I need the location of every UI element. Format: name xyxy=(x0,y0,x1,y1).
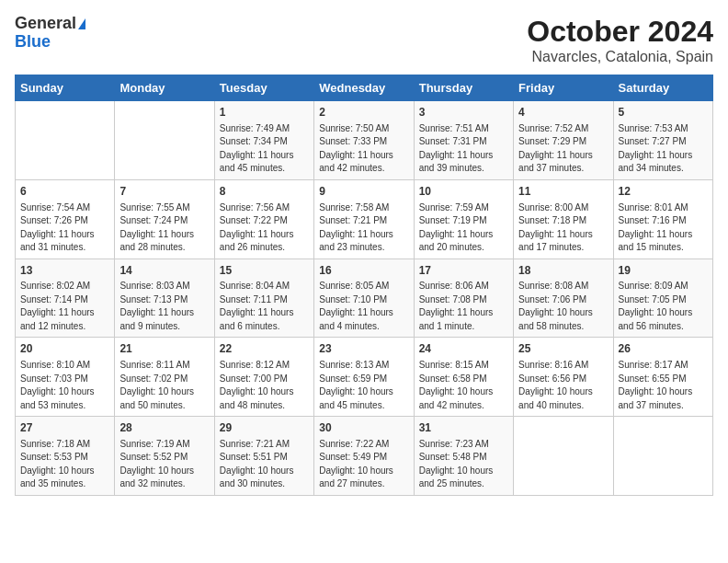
calendar-cell: 19Sunrise: 8:09 AM Sunset: 7:05 PM Dayli… xyxy=(613,259,712,338)
calendar-cell: 22Sunrise: 8:12 AM Sunset: 7:00 PM Dayli… xyxy=(214,338,313,417)
day-data: Sunrise: 7:58 AM Sunset: 7:21 PM Dayligh… xyxy=(319,201,408,255)
header-day: Monday xyxy=(115,75,214,101)
day-data: Sunrise: 8:06 AM Sunset: 7:08 PM Dayligh… xyxy=(419,280,508,333)
header-day: Tuesday xyxy=(214,75,313,101)
calendar-cell: 7Sunrise: 7:55 AM Sunset: 7:24 PM Daylig… xyxy=(115,179,214,259)
day-data: Sunrise: 8:12 AM Sunset: 7:00 PM Dayligh… xyxy=(220,359,309,412)
calendar-cell: 12Sunrise: 8:01 AM Sunset: 7:16 PM Dayli… xyxy=(613,179,712,259)
day-number: 4 xyxy=(518,105,608,121)
day-number: 6 xyxy=(20,184,109,200)
day-data: Sunrise: 7:53 AM Sunset: 7:27 PM Dayligh… xyxy=(619,122,708,176)
day-number: 2 xyxy=(319,105,408,121)
logo-general: General xyxy=(15,14,76,32)
calendar-week-row: 13Sunrise: 8:02 AM Sunset: 7:14 PM Dayli… xyxy=(16,259,713,338)
day-data: Sunrise: 7:54 AM Sunset: 7:26 PM Dayligh… xyxy=(20,201,109,255)
day-data: Sunrise: 7:55 AM Sunset: 7:24 PM Dayligh… xyxy=(119,201,209,255)
day-data: Sunrise: 8:13 AM Sunset: 6:59 PM Dayligh… xyxy=(319,359,408,412)
calendar-cell xyxy=(115,101,214,180)
day-number: 22 xyxy=(220,341,309,357)
day-number: 11 xyxy=(518,184,608,200)
calendar-cell: 14Sunrise: 8:03 AM Sunset: 7:13 PM Dayli… xyxy=(115,259,214,338)
day-data: Sunrise: 7:21 AM Sunset: 5:51 PM Dayligh… xyxy=(220,438,309,491)
calendar-cell: 6Sunrise: 7:54 AM Sunset: 7:26 PM Daylig… xyxy=(16,179,115,259)
calendar-cell: 21Sunrise: 8:11 AM Sunset: 7:02 PM Dayli… xyxy=(115,338,214,417)
day-data: Sunrise: 7:19 AM Sunset: 5:52 PM Dayligh… xyxy=(119,438,209,491)
day-number: 1 xyxy=(220,105,309,121)
day-number: 24 xyxy=(419,341,508,357)
day-data: Sunrise: 7:22 AM Sunset: 5:49 PM Dayligh… xyxy=(319,438,408,491)
calendar-cell xyxy=(16,101,115,180)
calendar-cell: 18Sunrise: 8:08 AM Sunset: 7:06 PM Dayli… xyxy=(514,259,613,338)
day-data: Sunrise: 8:00 AM Sunset: 7:18 PM Dayligh… xyxy=(518,201,608,255)
calendar-cell: 5Sunrise: 7:53 AM Sunset: 7:27 PM Daylig… xyxy=(613,101,712,180)
day-number: 29 xyxy=(220,420,309,436)
calendar-cell: 25Sunrise: 8:16 AM Sunset: 6:56 PM Dayli… xyxy=(514,338,613,417)
day-data: Sunrise: 8:10 AM Sunset: 7:03 PM Dayligh… xyxy=(20,359,109,412)
calendar-cell: 24Sunrise: 8:15 AM Sunset: 6:58 PM Dayli… xyxy=(414,338,513,417)
day-data: Sunrise: 7:23 AM Sunset: 5:48 PM Dayligh… xyxy=(419,438,508,491)
day-number: 18 xyxy=(518,263,608,279)
header-day: Wednesday xyxy=(314,75,414,101)
day-data: Sunrise: 7:56 AM Sunset: 7:22 PM Dayligh… xyxy=(220,201,309,255)
calendar-week-row: 27Sunrise: 7:18 AM Sunset: 5:53 PM Dayli… xyxy=(16,417,713,496)
calendar-cell: 1Sunrise: 7:49 AM Sunset: 7:34 PM Daylig… xyxy=(214,101,313,180)
logo-blue: Blue xyxy=(15,33,85,52)
day-data: Sunrise: 7:59 AM Sunset: 7:19 PM Dayligh… xyxy=(419,201,508,255)
day-number: 23 xyxy=(319,341,408,357)
day-number: 19 xyxy=(619,263,708,279)
day-data: Sunrise: 8:03 AM Sunset: 7:13 PM Dayligh… xyxy=(119,280,209,333)
title-block: October 2024 Navarcles, Catalonia, Spain xyxy=(527,15,713,65)
day-number: 26 xyxy=(619,341,708,357)
day-number: 9 xyxy=(319,184,408,200)
calendar-cell: 30Sunrise: 7:22 AM Sunset: 5:49 PM Dayli… xyxy=(314,417,414,496)
day-number: 13 xyxy=(20,263,109,279)
day-number: 14 xyxy=(119,263,209,279)
day-data: Sunrise: 7:51 AM Sunset: 7:31 PM Dayligh… xyxy=(419,122,508,176)
logo-icon xyxy=(78,18,85,29)
day-data: Sunrise: 8:04 AM Sunset: 7:11 PM Dayligh… xyxy=(220,280,309,333)
day-number: 10 xyxy=(419,184,508,200)
day-data: Sunrise: 8:15 AM Sunset: 6:58 PM Dayligh… xyxy=(419,359,508,412)
day-number: 3 xyxy=(419,105,508,121)
calendar-week-row: 20Sunrise: 8:10 AM Sunset: 7:03 PM Dayli… xyxy=(16,338,713,417)
calendar-cell: 2Sunrise: 7:50 AM Sunset: 7:33 PM Daylig… xyxy=(314,101,414,180)
day-data: Sunrise: 7:18 AM Sunset: 5:53 PM Dayligh… xyxy=(20,438,109,491)
calendar-cell: 9Sunrise: 7:58 AM Sunset: 7:21 PM Daylig… xyxy=(314,179,414,259)
calendar-cell: 10Sunrise: 7:59 AM Sunset: 7:19 PM Dayli… xyxy=(414,179,513,259)
calendar-cell: 4Sunrise: 7:52 AM Sunset: 7:29 PM Daylig… xyxy=(514,101,613,180)
day-data: Sunrise: 7:52 AM Sunset: 7:29 PM Dayligh… xyxy=(518,122,608,176)
header-day: Sunday xyxy=(16,75,115,101)
calendar-cell: 13Sunrise: 8:02 AM Sunset: 7:14 PM Dayli… xyxy=(16,259,115,338)
sub-title: Navarcles, Catalonia, Spain xyxy=(527,49,713,65)
calendar-cell xyxy=(613,417,712,496)
day-number: 27 xyxy=(20,420,109,436)
calendar-cell: 8Sunrise: 7:56 AM Sunset: 7:22 PM Daylig… xyxy=(214,179,313,259)
header-day: Friday xyxy=(514,75,613,101)
calendar-cell: 17Sunrise: 8:06 AM Sunset: 7:08 PM Dayli… xyxy=(414,259,513,338)
main-title: October 2024 xyxy=(527,15,713,49)
logo: General Blue xyxy=(15,15,85,52)
calendar-week-row: 1Sunrise: 7:49 AM Sunset: 7:34 PM Daylig… xyxy=(16,101,713,180)
day-data: Sunrise: 7:49 AM Sunset: 7:34 PM Dayligh… xyxy=(220,122,309,176)
day-number: 8 xyxy=(220,184,309,200)
day-number: 12 xyxy=(619,184,708,200)
calendar-cell: 28Sunrise: 7:19 AM Sunset: 5:52 PM Dayli… xyxy=(115,417,214,496)
header-day: Thursday xyxy=(414,75,513,101)
day-number: 28 xyxy=(119,420,209,436)
day-data: Sunrise: 7:50 AM Sunset: 7:33 PM Dayligh… xyxy=(319,122,408,176)
calendar-cell: 23Sunrise: 8:13 AM Sunset: 6:59 PM Dayli… xyxy=(314,338,414,417)
day-number: 5 xyxy=(619,105,708,121)
logo-text: General xyxy=(15,15,85,33)
calendar-cell: 26Sunrise: 8:17 AM Sunset: 6:55 PM Dayli… xyxy=(613,338,712,417)
calendar-week-row: 6Sunrise: 7:54 AM Sunset: 7:26 PM Daylig… xyxy=(16,179,713,259)
header-row: SundayMondayTuesdayWednesdayThursdayFrid… xyxy=(16,75,713,101)
day-data: Sunrise: 8:09 AM Sunset: 7:05 PM Dayligh… xyxy=(619,280,708,333)
calendar-cell xyxy=(514,417,613,496)
day-data: Sunrise: 8:01 AM Sunset: 7:16 PM Dayligh… xyxy=(619,201,708,255)
day-data: Sunrise: 8:08 AM Sunset: 7:06 PM Dayligh… xyxy=(518,280,608,333)
page-header: General Blue October 2024 Navarcles, Cat… xyxy=(15,15,713,65)
calendar-cell: 27Sunrise: 7:18 AM Sunset: 5:53 PM Dayli… xyxy=(16,417,115,496)
calendar-cell: 16Sunrise: 8:05 AM Sunset: 7:10 PM Dayli… xyxy=(314,259,414,338)
day-number: 17 xyxy=(419,263,508,279)
day-data: Sunrise: 8:11 AM Sunset: 7:02 PM Dayligh… xyxy=(119,359,209,412)
